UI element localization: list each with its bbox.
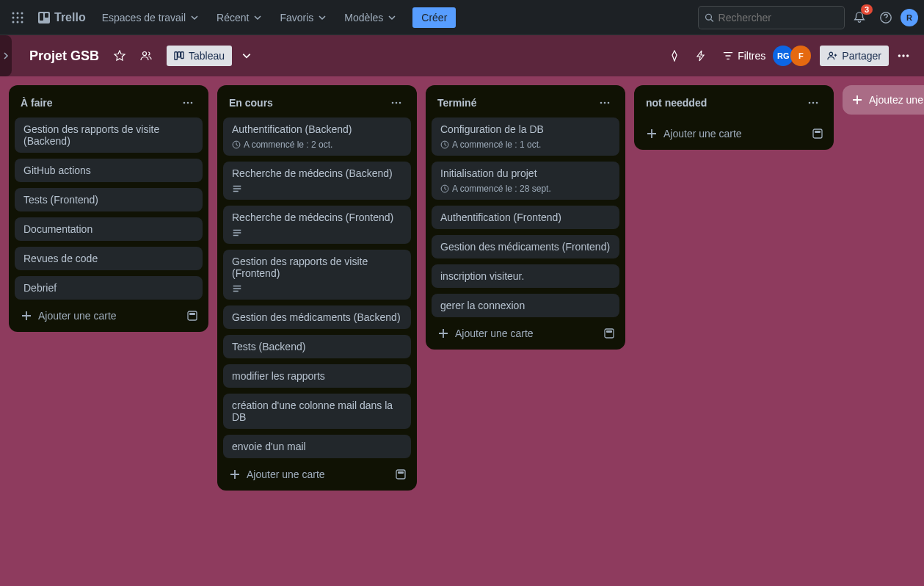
search-icon (705, 12, 714, 23)
board-icon (174, 51, 184, 61)
svg-rect-31 (396, 470, 405, 479)
card[interactable]: Tests (Frontend) (15, 188, 203, 211)
card[interactable]: Gestion des médicaments (Backend) (223, 305, 411, 329)
svg-point-2 (21, 12, 23, 14)
board-members[interactable]: RGF (776, 46, 811, 66)
search-box[interactable] (698, 6, 845, 29)
card-title: Gestion des rapports de visite (Backend) (23, 123, 194, 147)
list-menu-button[interactable] (596, 94, 614, 112)
nav-starred[interactable]: Favoris (272, 7, 334, 28)
list-menu-button[interactable] (804, 94, 822, 112)
add-card-button[interactable]: Ajouter une carte (640, 123, 801, 144)
help-button[interactable] (874, 6, 898, 29)
card[interactable]: GitHub actions (15, 159, 203, 182)
card-template-button[interactable] (599, 323, 619, 344)
add-card-button[interactable]: Ajouter une carte (432, 323, 593, 344)
search-input[interactable] (719, 12, 838, 23)
add-card-button[interactable]: Ajouter une carte (223, 464, 385, 485)
plus-icon (229, 469, 241, 480)
svg-rect-39 (606, 330, 612, 333)
topbar: Trello Espaces de travail Récent Favoris… (0, 0, 924, 35)
view-switch-button[interactable]: Tableau (167, 46, 232, 66)
card[interactable]: Documentation (15, 217, 203, 241)
card[interactable]: Authentification (Frontend) (432, 206, 619, 229)
apps-menu-button[interactable] (6, 6, 29, 29)
chevron-down-icon (318, 13, 327, 22)
card[interactable]: inscription visiteur. (432, 264, 619, 288)
card[interactable]: Configuration de la DBA commencé le : 1 … (432, 117, 619, 156)
add-card-button[interactable]: Ajouter une carte (15, 305, 176, 326)
card[interactable]: création d'une colonne mail dans la DB (223, 394, 411, 429)
card-title: envoie d'un mail (232, 441, 402, 452)
card-template-button[interactable] (807, 123, 828, 144)
list-menu-button[interactable] (388, 94, 405, 112)
card[interactable]: Debrief (15, 276, 203, 300)
sidebar-expand-button[interactable] (0, 35, 12, 76)
rocket-icon (669, 50, 680, 62)
card[interactable]: Tests (Backend) (223, 335, 411, 358)
template-icon (395, 469, 407, 480)
svg-point-42 (816, 102, 818, 104)
card-template-button[interactable] (182, 305, 203, 326)
add-list-button[interactable]: Ajoutez une autre liste (843, 85, 924, 115)
list-header: not needded (640, 91, 828, 117)
card[interactable]: Gestion des médicaments (Frontend) (432, 235, 619, 258)
filters-button[interactable]: Filtres (716, 46, 773, 66)
card-template-button[interactable] (390, 464, 411, 485)
svg-point-6 (12, 21, 15, 23)
list-title[interactable]: Terminé (437, 97, 476, 109)
list-title[interactable]: not needded (646, 97, 707, 109)
list-cards: Authentification (Backend)A commencé le … (223, 117, 411, 458)
clock-icon (232, 140, 241, 149)
card-title: Gestion des médicaments (Frontend) (440, 241, 611, 253)
star-board-button[interactable] (108, 44, 131, 68)
notifications-button[interactable]: 3 (848, 6, 871, 29)
template-icon (603, 328, 615, 339)
create-button[interactable]: Créer (412, 7, 456, 28)
svg-point-5 (21, 16, 23, 18)
board-menu-button[interactable] (892, 44, 915, 68)
card[interactable]: Initialisation du projetA commencé le : … (432, 162, 619, 200)
card-title: Documentation (23, 223, 194, 235)
svg-rect-25 (188, 311, 197, 320)
card[interactable]: Gestion des rapports de visite (Backend) (15, 117, 203, 153)
list-menu-button[interactable] (179, 94, 197, 112)
list: not needded Ajouter une carte (634, 85, 834, 150)
card[interactable]: Gestion des rapports de visite (Frontend… (223, 250, 411, 300)
share-button[interactable]: Partager (820, 46, 889, 66)
list-title[interactable]: À faire (21, 97, 53, 109)
nav-workspaces[interactable]: Espaces de travail (95, 7, 206, 28)
chevron-down-icon (253, 13, 262, 22)
list-title[interactable]: En cours (229, 97, 273, 109)
svg-rect-44 (815, 131, 821, 133)
view-chevron-button[interactable] (235, 44, 258, 68)
board-canvas[interactable]: À faire Gestion des rapports de visite (… (0, 76, 924, 586)
list-header: Terminé (432, 91, 619, 117)
board-title[interactable]: Projet GSB (23, 48, 105, 64)
visibility-button[interactable] (134, 44, 158, 68)
svg-rect-11 (45, 13, 48, 18)
card[interactable]: Recherche de médecins (Backend) (223, 162, 411, 200)
card[interactable]: gerer la connexion (432, 294, 619, 317)
card[interactable]: Revues de code (15, 247, 203, 270)
member-avatar[interactable]: F (790, 46, 811, 66)
clock-icon (440, 184, 449, 193)
nav-recent[interactable]: Récent (209, 7, 269, 28)
svg-point-28 (396, 102, 398, 104)
chevron-right-icon (1, 51, 10, 60)
card[interactable]: Recherche de médecins (Frontend) (223, 206, 411, 244)
card-title: Gestion des médicaments (Backend) (232, 311, 402, 323)
account-avatar[interactable]: R (901, 9, 918, 26)
svg-rect-26 (189, 313, 195, 315)
svg-point-33 (600, 102, 603, 104)
card-title: Recherche de médecins (Frontend) (232, 211, 402, 223)
card[interactable]: Authentification (Backend)A commencé le … (223, 117, 411, 156)
card[interactable]: modifier les rapports (223, 364, 411, 388)
trello-logo[interactable]: Trello (32, 11, 92, 24)
automation-button[interactable] (689, 44, 713, 68)
card[interactable]: envoie d'un mail (223, 435, 411, 458)
list-cards: Configuration de la DBA commencé le : 1 … (432, 117, 619, 317)
rocket-button[interactable] (663, 44, 686, 68)
svg-point-18 (829, 52, 832, 55)
nav-templates[interactable]: Modèles (337, 7, 404, 28)
